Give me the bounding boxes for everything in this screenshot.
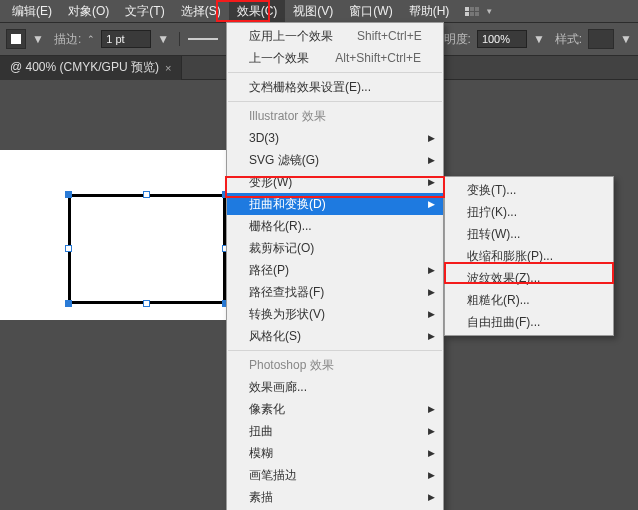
menu-effect[interactable]: 效果(C)	[229, 0, 286, 22]
menu-header-photoshop: Photoshop 效果	[227, 354, 443, 376]
menu-pixelate[interactable]: 像素化▶	[227, 398, 443, 420]
menu-blur[interactable]: 模糊▶	[227, 442, 443, 464]
workspace-switcher-icon[interactable]: ▼	[465, 7, 493, 16]
submenu-free-distort[interactable]: 自由扭曲(F)...	[445, 311, 613, 333]
menu-crop-marks[interactable]: 裁剪标记(O)	[227, 237, 443, 259]
stroke-stepper-down-icon[interactable]: ⌃	[87, 34, 95, 44]
chevron-down-icon[interactable]: ▼	[620, 32, 632, 46]
stroke-value[interactable]: 1 pt	[101, 30, 151, 48]
menu-effect-gallery[interactable]: 效果画廊...	[227, 376, 443, 398]
selection-handle[interactable]	[143, 191, 150, 198]
style-label: 样式:	[555, 31, 582, 48]
document-tab[interactable]: @ 400% (CMYK/GPU 预览) ×	[0, 56, 182, 80]
menu-window[interactable]: 窗口(W)	[341, 0, 400, 22]
submenu-pucker-bloat[interactable]: 收缩和膨胀(P)...	[445, 245, 613, 267]
menubar: 编辑(E) 对象(O) 文字(T) 选择(S) 效果(C) 视图(V) 窗口(W…	[0, 0, 638, 22]
menu-view[interactable]: 视图(V)	[285, 0, 341, 22]
close-icon[interactable]: ×	[165, 62, 171, 74]
selection-handle[interactable]	[65, 300, 72, 307]
submenu-pucker[interactable]: 扭拧(K)...	[445, 201, 613, 223]
stroke-label: 描边:	[54, 31, 81, 48]
opacity-label: 明度:	[444, 31, 471, 48]
menu-help[interactable]: 帮助(H)	[401, 0, 458, 22]
menu-distort-transform[interactable]: 扭曲和变换(D)▶	[227, 193, 443, 215]
menu-convert-to-shape[interactable]: 转换为形状(V)▶	[227, 303, 443, 325]
selection-handle[interactable]	[65, 191, 72, 198]
style-swatch[interactable]	[588, 29, 614, 49]
menu-warp[interactable]: 变形(W)▶	[227, 171, 443, 193]
submenu-roughen[interactable]: 粗糙化(R)...	[445, 289, 613, 311]
menu-prev-effect[interactable]: 上一个效果Alt+Shift+Ctrl+E	[227, 47, 443, 69]
opacity-value[interactable]: 100%	[477, 30, 527, 48]
selection-handle[interactable]	[65, 245, 72, 252]
menu-header-illustrator: Illustrator 效果	[227, 105, 443, 127]
tab-title: @ 400% (CMYK/GPU 预览)	[10, 59, 159, 76]
menu-apply-last-effect[interactable]: 应用上一个效果Shift+Ctrl+E	[227, 25, 443, 47]
menu-select[interactable]: 选择(S)	[173, 0, 229, 22]
fill-swatch[interactable]	[6, 29, 26, 49]
chevron-down-icon[interactable]: ▼	[533, 32, 545, 46]
menu-sketch[interactable]: 素描▶	[227, 486, 443, 508]
menu-svg-filters[interactable]: SVG 滤镜(G)▶	[227, 149, 443, 171]
submenu-twist[interactable]: 扭转(W)...	[445, 223, 613, 245]
menu-text[interactable]: 文字(T)	[117, 0, 172, 22]
chevron-down-icon[interactable]: ▼	[32, 32, 44, 46]
menu-stylize-ai[interactable]: 风格化(S)▶	[227, 325, 443, 347]
menu-distort-ps[interactable]: 扭曲▶	[227, 420, 443, 442]
chevron-down-icon[interactable]: ▼	[157, 32, 169, 46]
menu-edit[interactable]: 编辑(E)	[4, 0, 60, 22]
selected-rectangle[interactable]	[68, 194, 226, 304]
menu-doc-raster-settings[interactable]: 文档栅格效果设置(E)...	[227, 76, 443, 98]
effect-menu: 应用上一个效果Shift+Ctrl+E 上一个效果Alt+Shift+Ctrl+…	[226, 22, 444, 510]
menu-rasterize[interactable]: 栅格化(R)...	[227, 215, 443, 237]
submenu-transform[interactable]: 变换(T)...	[445, 179, 613, 201]
menu-path[interactable]: 路径(P)▶	[227, 259, 443, 281]
chevron-down-icon: ▼	[485, 7, 493, 16]
menu-brush-strokes[interactable]: 画笔描边▶	[227, 464, 443, 486]
menu-3d[interactable]: 3D(3)▶	[227, 127, 443, 149]
distort-transform-submenu: 变换(T)... 扭拧(K)... 扭转(W)... 收缩和膨胀(P)... 波…	[444, 176, 614, 336]
selection-handle[interactable]	[143, 300, 150, 307]
menu-pathfinder[interactable]: 路径查找器(F)▶	[227, 281, 443, 303]
menu-object[interactable]: 对象(O)	[60, 0, 117, 22]
submenu-zigzag[interactable]: 波纹效果(Z)...	[445, 267, 613, 289]
